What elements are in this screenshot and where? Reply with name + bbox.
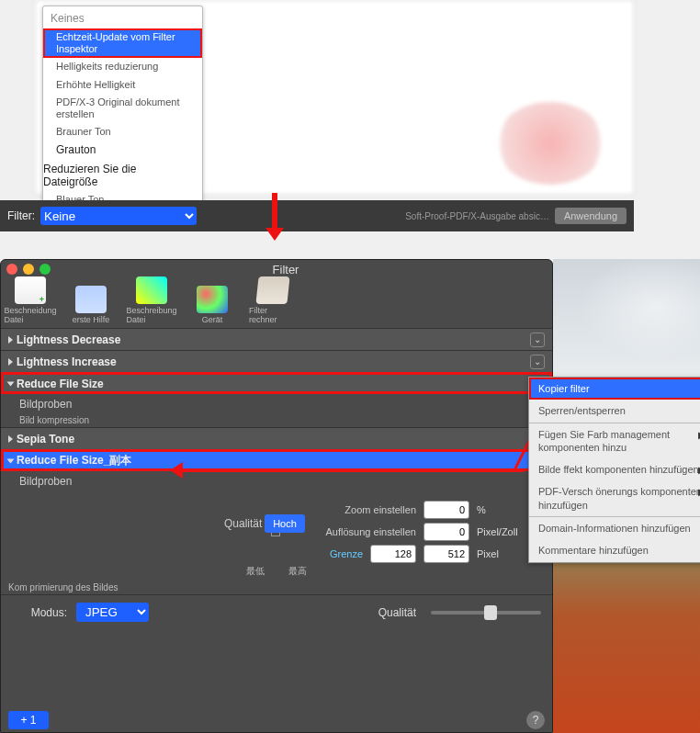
filter-context-menu[interactable]: Kopier filter Sperren/entsperren Fügen S… [528,377,700,563]
page-plus-icon [15,276,46,304]
zoom-input[interactable] [423,501,469,519]
apply-button[interactable]: Anwendung [555,208,627,224]
dropdown-item[interactable]: Helligkeits reduzierung [43,58,202,75]
dropdown-item-reduce[interactable]: Reduzieren Sie die Dateigröße [30,160,202,192]
rgb-orb-icon [197,286,228,313]
subrow-bildkompression[interactable]: Bild kompression [1,414,552,427]
filter-select[interactable]: Keine [40,207,197,225]
dropdown-item-realtime[interactable]: Echtzeit-Update vom Filter Inspektor [43,28,202,58]
subrow-bildproben-copy[interactable]: Bildproben [1,471,552,491]
toolbar-filtercalc[interactable]: Filter rechner [249,276,297,324]
max-caption: 最高 [288,565,307,578]
filter-inspector-window: Filter Beschneidung Datei erste Hilfe Be… [0,259,553,733]
dropdown-item[interactable]: Grauton [43,141,202,159]
resolution-label: Auflösung einstellen [288,526,416,537]
ctx-color-mgmt[interactable]: Fügen Sie Farb management komponenten hi… [529,423,700,459]
mode-row: Modus: JPEG Qualität [1,594,552,629]
min-caption: 最低 [246,565,265,578]
dropdown-header: Keines [43,6,202,28]
filter-select-dropdown[interactable]: Keines Echtzeit-Update vom Filter Inspek… [42,6,203,204]
ctx-domain-info[interactable]: Domain-Informationen hinzufügen [529,516,700,539]
swatch-icon [136,276,167,304]
subrow-bildproben[interactable]: Bildproben [1,394,552,414]
dropdown-item[interactable]: Brauner Ton [43,123,202,141]
toolbar-describe[interactable]: Beschreibung Datei [128,276,175,324]
quality-slider[interactable] [431,611,541,615]
quality-slider-label: Qualität [378,606,416,619]
row-sepia-tone[interactable]: Sepia Tone⌄ [1,427,552,449]
dropdown-item[interactable]: Erhöhte Helligkeit [43,76,202,94]
add-filter-button[interactable]: + 1 [8,711,49,729]
bound-max-input[interactable] [423,545,469,563]
mode-label: Modus: [12,606,67,619]
chevron-down-icon[interactable]: ⌄ [530,333,545,347]
zoom-icon[interactable] [40,264,51,275]
sheet-icon [255,276,289,304]
help-button[interactable]: ? [526,711,545,729]
filter-bar: Filter: Keine Soft-Proof-PDF/X-Ausgabe a… [0,200,634,231]
bound-label: Grenze [234,548,363,559]
bound-min-input[interactable] [370,545,416,563]
titlebar[interactable]: Filter [1,260,552,278]
image-sample-panel: Zoom einstellen % Auflösung einstellen P… [1,491,552,581]
minimize-icon[interactable] [23,264,34,275]
toolbar-firstaid[interactable]: erste Hilfe [67,286,115,324]
slider-thumb[interactable] [484,605,497,620]
compress-caption: Kom primierung des Bildes [1,581,552,594]
row-reduce-file-size[interactable]: Reduce File Size⌄ [1,372,552,394]
dropdown-item[interactable]: PDF/X-3 Original dokument erstellen [43,94,202,123]
annotation-arrow-down [272,193,277,237]
ctx-copy-filter[interactable]: Kopier filter [529,378,700,400]
toolbar-crop[interactable]: Beschneidung Datei [6,276,54,324]
softproof-label: Soft-Proof-PDF/X-Ausgabe absic… [405,211,549,221]
close-icon[interactable] [6,264,17,275]
ctx-image-fx[interactable]: Bilde ffekt komponenten hinzufügen▶ [529,458,700,480]
window-footer: + 1 ? [1,708,552,732]
annotation-arrow-left [175,468,524,472]
ctx-comments[interactable]: Kommentare hinzufügen [529,539,700,561]
row-lightness-increase[interactable]: Lightness Increase⌄ [1,350,552,372]
quality-label: Qualität [224,517,262,530]
toolbar-device[interactable]: Gerät [188,286,236,324]
toolbar: Beschneidung Datei erste Hilfe Beschreib… [1,278,552,328]
mode-select[interactable]: JPEG [76,603,149,622]
resolution-input[interactable] [423,523,469,541]
zoom-label: Zoom einstellen [288,504,416,515]
chevron-down-icon[interactable]: ⌄ [530,355,545,369]
stamp-graphic [495,102,605,185]
window-title: Filter [56,263,515,276]
filter-label: Filter: [7,209,35,222]
quality-select[interactable]: Hoch [265,514,305,533]
ctx-pdfx[interactable]: PDF-Versch önerungs komponenten hinzufüg… [529,480,700,516]
firstaid-icon [75,286,107,313]
ctx-lock-unlock[interactable]: Sperren/entsperren [529,400,700,422]
row-lightness-decrease[interactable]: Lightness Decrease⌄ [1,328,552,350]
